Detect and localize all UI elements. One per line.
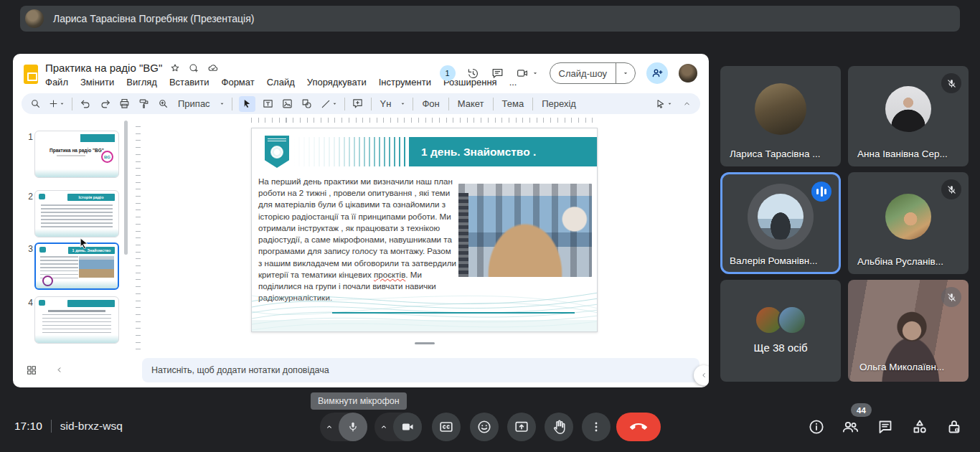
thumb3-header: 1 день. Знайомство <box>68 247 115 254</box>
camera-control-group <box>374 413 422 441</box>
thumb1-topbar <box>80 134 115 142</box>
menu-insert[interactable]: Вставити <box>169 77 209 88</box>
mic-off-icon <box>941 73 961 93</box>
document-status-cloud-icon[interactable] <box>207 62 220 74</box>
participant-name: Альбіна Русланів... <box>857 256 961 267</box>
participant-name: Лариса Тарасівна ... <box>730 149 834 159</box>
thumb4-waves <box>35 335 118 343</box>
participant-tile-anna[interactable]: Анна Іванівна Сер... <box>848 66 969 166</box>
menu-file[interactable]: Файл <box>45 77 68 88</box>
overflow-participants-tile[interactable]: Ще 38 осіб <box>720 280 841 382</box>
thumb1-radio-bg-logo: BG <box>101 151 113 163</box>
search-menus-icon[interactable] <box>29 96 42 112</box>
meet-camera-menu[interactable] <box>515 67 539 80</box>
star-icon[interactable] <box>169 62 181 74</box>
grid-view-icon[interactable] <box>26 364 37 376</box>
text-style-tool[interactable]: Yн <box>378 98 394 109</box>
slide-thumbnail-1[interactable]: Практика на радіо "BG" BG <box>34 131 119 178</box>
share-button[interactable] <box>646 62 668 84</box>
text-style-caret[interactable] <box>400 100 406 107</box>
thumb4-bold-line <box>48 310 105 312</box>
host-controls-button[interactable] <box>946 418 963 435</box>
participant-tile-valeriia-speaking[interactable]: Валерія Романівн... <box>720 172 841 274</box>
zoom-icon[interactable] <box>156 96 169 112</box>
paint-format-icon[interactable] <box>137 96 150 112</box>
slide-thumbnail-3-selected[interactable]: 1 день. Знайомство <box>34 243 119 290</box>
thumb2-header: Історія радіо <box>67 194 115 201</box>
participant-name: Анна Іванівна Сер... <box>857 149 961 159</box>
mic-button[interactable] <box>339 413 367 441</box>
print-icon[interactable] <box>118 96 131 112</box>
thumb4-header-bar <box>67 300 115 307</box>
present-button[interactable] <box>507 413 536 441</box>
thumb1-waves <box>35 169 118 177</box>
activities-button[interactable] <box>911 418 928 435</box>
slide-thumbnail-2[interactable]: Історія радіо <box>34 190 119 237</box>
insert-comment-icon[interactable] <box>352 96 364 112</box>
theme-button[interactable]: Тема <box>500 98 527 109</box>
slides-app-icon[interactable] <box>24 65 38 84</box>
presenter-title: Лариса Тарасівна Погребняк (Презентація) <box>53 13 254 24</box>
slide-wave-decoration <box>252 280 598 331</box>
participants-count-badge: 44 <box>851 403 872 417</box>
reactions-button[interactable] <box>470 413 499 441</box>
select-tool-icon[interactable] <box>239 96 255 112</box>
participant-tile-albina[interactable]: Альбіна Русланів... <box>848 172 969 274</box>
overflow-avatar-1 <box>756 307 782 333</box>
clock-time: 17:10 <box>14 420 42 433</box>
insert-line-icon[interactable] <box>320 96 338 112</box>
thumb2-waves <box>35 229 118 237</box>
menu-edit[interactable]: Змінити <box>80 77 114 88</box>
meeting-details-info-button[interactable] <box>808 418 825 435</box>
add-slide-button[interactable] <box>48 96 65 112</box>
end-call-button[interactable] <box>616 413 661 441</box>
participant-tile-olha-video[interactable]: Ольга Миколаївн... <box>848 280 969 382</box>
more-options-button[interactable] <box>582 413 611 441</box>
version-history-icon[interactable] <box>466 67 480 80</box>
doc-title[interactable]: Практика на радіо "BG" <box>45 62 162 74</box>
mic-options-chevron[interactable] <box>320 422 339 432</box>
account-avatar[interactable] <box>679 64 697 83</box>
filmstrip-scrollbar[interactable] <box>124 121 128 255</box>
camera-options-chevron[interactable] <box>374 422 393 432</box>
camera-button[interactable] <box>393 413 422 441</box>
fit-zoom-select[interactable]: Припас <box>176 98 212 109</box>
transition-button[interactable]: Перехід <box>540 98 578 109</box>
menu-view[interactable]: Вигляд <box>126 77 157 88</box>
undo-icon[interactable] <box>79 96 92 112</box>
layout-button[interactable]: Макет <box>456 98 486 109</box>
label-icon[interactable] <box>188 62 199 74</box>
redo-icon[interactable] <box>98 96 111 112</box>
menu-slide[interactable]: Слайд <box>267 77 295 88</box>
slide-photo-radio-studio[interactable] <box>458 184 592 277</box>
collapse-filmstrip-icon[interactable] <box>55 365 64 375</box>
thumb2-text-lines <box>41 204 113 228</box>
slide-canvas[interactable]: 1 день. Знайомство . На перший день прак… <box>251 128 598 332</box>
collaborator-count-badge[interactable]: 1 <box>440 65 456 81</box>
participant-tile-larysa[interactable]: Лариса Тарасівна ... <box>720 66 841 166</box>
insert-image-icon[interactable] <box>281 96 294 112</box>
hide-panel-edge-button[interactable] <box>694 365 709 385</box>
slide-number-4: 4 <box>23 298 33 308</box>
laser-pointer-icon[interactable] <box>655 96 673 112</box>
insert-shape-icon[interactable] <box>301 96 314 112</box>
slide-title-bar[interactable]: 1 день. Знайомство . <box>410 137 597 166</box>
chat-panel-button[interactable] <box>877 418 894 435</box>
speaker-notes-input[interactable]: Натисніть, щоб додати нотатки доповідача <box>142 358 699 382</box>
fit-zoom-caret[interactable] <box>219 100 225 107</box>
slideshow-button[interactable]: Слайд-шоу <box>550 68 616 79</box>
mic-off-icon <box>941 179 961 199</box>
participants-panel-button[interactable] <box>841 418 859 435</box>
collapse-toolbar-icon[interactable] <box>680 96 693 112</box>
background-button[interactable]: Фон <box>420 98 441 109</box>
menu-arrange[interactable]: Упорядкувати <box>307 77 367 88</box>
raise-hand-button[interactable] <box>545 413 573 441</box>
notes-resize-handle[interactable] <box>415 342 435 344</box>
text-box-icon[interactable] <box>262 96 275 112</box>
menu-tools[interactable]: Інструменти <box>379 77 431 88</box>
captions-button[interactable] <box>432 413 461 441</box>
menu-format[interactable]: Формат <box>222 77 255 88</box>
comments-icon[interactable] <box>491 67 504 80</box>
slideshow-dropdown[interactable] <box>616 70 635 77</box>
slide-thumbnail-4[interactable] <box>34 296 119 344</box>
